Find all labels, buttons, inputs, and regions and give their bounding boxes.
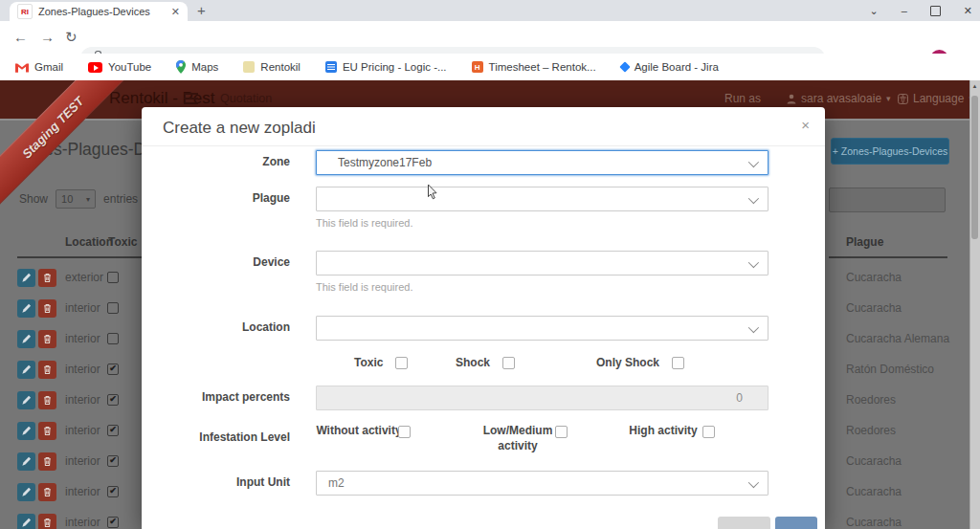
plague-select[interactable] — [316, 187, 768, 211]
language-icon — [898, 94, 908, 104]
location-cell: interior — [65, 454, 107, 468]
device-label: Device — [142, 255, 290, 269]
device-select[interactable] — [316, 251, 768, 276]
chevron-down-icon — [748, 257, 759, 268]
language-menu[interactable]: Language ▾ — [898, 92, 973, 105]
edit-button[interactable] — [17, 514, 35, 529]
column-header-toxic: Toxic — [108, 235, 137, 249]
reload-icon[interactable]: ↻ — [65, 29, 78, 46]
delete-button[interactable] — [38, 330, 56, 348]
tab-close-icon[interactable]: ✕ — [171, 6, 180, 18]
table-row: interior✔ — [17, 446, 145, 476]
edit-button[interactable] — [17, 422, 35, 440]
plague-cell: Cucaracha — [846, 476, 961, 507]
edit-button[interactable] — [17, 299, 35, 318]
modal-save-button[interactable] — [775, 517, 817, 529]
delete-button[interactable] — [38, 361, 56, 379]
window-menu-icon[interactable]: ⌄ — [869, 5, 878, 17]
location-select[interactable] — [316, 316, 768, 341]
low-medium-activity-checkbox[interactable] — [555, 426, 568, 438]
toxic-checkbox[interactable] — [107, 333, 119, 344]
user-name: sara avasaloaie — [801, 92, 881, 105]
page-size-value: 10 — [61, 193, 73, 205]
edit-button[interactable] — [17, 269, 35, 287]
toxic-checkbox[interactable]: ✔ — [107, 364, 119, 375]
show-entries-control: Show 10 ▾ entries — [19, 189, 138, 209]
edit-button[interactable] — [17, 452, 35, 471]
edit-button[interactable] — [17, 483, 35, 501]
toxic-checkbox[interactable] — [107, 272, 119, 283]
modal-cancel-button[interactable] — [718, 517, 770, 529]
input-unit-select[interactable]: m2 — [316, 471, 768, 496]
toxic-checkbox[interactable] — [395, 357, 408, 369]
run-as-link[interactable]: Run as — [724, 92, 761, 105]
delete-button[interactable] — [38, 299, 56, 318]
bookmark-label: Maps — [191, 61, 218, 73]
edit-button[interactable] — [17, 330, 35, 348]
bookmark-eu-pricing[interactable]: EU Pricing - Logic -... — [325, 61, 447, 73]
timesheet-icon: H — [472, 61, 483, 73]
mouse-cursor — [427, 184, 438, 201]
new-tab-button[interactable]: + — [197, 2, 206, 18]
browser-tab[interactable]: RI Zones-Plagues-Devices ✕ — [10, 2, 188, 21]
bookmark-rentokil[interactable]: Rentokil — [243, 61, 301, 73]
scroll-up-icon[interactable]: ▲ — [970, 83, 979, 89]
modal-close-icon[interactable]: × — [801, 117, 810, 133]
delete-button[interactable] — [38, 483, 56, 501]
high-activity-checkbox[interactable] — [702, 426, 715, 438]
delete-button[interactable] — [38, 391, 56, 409]
location-cell: exterior — [65, 271, 107, 284]
delete-button[interactable] — [38, 452, 56, 471]
toxic-checkbox[interactable] — [107, 302, 119, 314]
toxic-checkbox[interactable]: ✔ — [107, 517, 119, 528]
delete-button[interactable] — [38, 269, 56, 287]
location-cell: interior — [65, 363, 107, 376]
toxic-checkbox[interactable]: ✔ — [107, 455, 119, 467]
high-activity-label: High activity — [620, 423, 706, 438]
toxic-checkbox[interactable]: ✔ — [107, 486, 119, 497]
without-activity-checkbox[interactable] — [398, 426, 411, 438]
hamburger-menu-icon[interactable] — [184, 93, 198, 107]
bookmark-timesheet[interactable]: H Timesheet – Rentok... — [472, 61, 596, 73]
language-label: Language — [913, 92, 964, 105]
toxic-checkbox[interactable]: ✔ — [107, 394, 119, 406]
impact-percents-value: 0 — [736, 391, 743, 405]
forward-icon[interactable]: → — [40, 29, 55, 45]
bookmark-label: Agile Board - Jira — [635, 61, 719, 73]
shock-label: Shock — [456, 356, 490, 369]
tab-title: Zones-Plagues-Devices — [38, 6, 167, 17]
bookmark-label: EU Pricing - Logic -... — [343, 61, 447, 73]
nav-item-quotation[interactable]: Quotation — [220, 92, 272, 105]
user-menu[interactable]: sara avasaloaie ▾ — [787, 92, 891, 105]
delete-button[interactable] — [38, 514, 56, 529]
plague-cell: Ratón Doméstico — [846, 354, 961, 385]
gmail-icon — [15, 62, 29, 73]
back-icon[interactable]: ← — [13, 29, 28, 45]
shock-checkbox[interactable] — [502, 357, 515, 369]
minimize-icon[interactable]: – — [902, 5, 907, 16]
bookmark-maps[interactable]: Maps — [176, 60, 218, 74]
plague-cell: Cucaracha — [846, 507, 961, 529]
bookmark-gmail[interactable]: Gmail — [15, 61, 63, 73]
plague-cell: Cucaracha — [846, 262, 961, 293]
location-cell: interior — [65, 516, 107, 529]
close-icon[interactable]: ✕ — [964, 5, 972, 17]
bookmark-agile-board[interactable]: Agile Board - Jira — [621, 61, 719, 73]
table-row: interior✔ — [17, 415, 145, 446]
add-zones-plagues-devices-button[interactable]: + Zones-Plagues-Devices — [831, 138, 949, 165]
delete-button[interactable] — [38, 422, 56, 440]
edit-button[interactable] — [17, 391, 35, 409]
edit-button[interactable] — [17, 361, 35, 379]
table-search-input[interactable] — [829, 187, 946, 212]
location-cell: interior — [65, 301, 107, 315]
maximize-icon[interactable] — [930, 6, 941, 16]
modal-header-divider — [142, 145, 825, 146]
toxic-checkbox-group: Toxic — [354, 356, 408, 369]
bookmark-youtube[interactable]: YouTube — [88, 61, 151, 73]
toxic-checkbox[interactable]: ✔ — [107, 425, 119, 436]
table-row: interior — [17, 323, 145, 354]
zone-select[interactable]: Testmyzone17Feb — [316, 150, 768, 175]
only-shock-checkbox[interactable] — [672, 357, 684, 369]
page-size-select[interactable]: 10 ▾ — [56, 189, 96, 209]
scrollbar-thumb[interactable] — [971, 96, 978, 239]
